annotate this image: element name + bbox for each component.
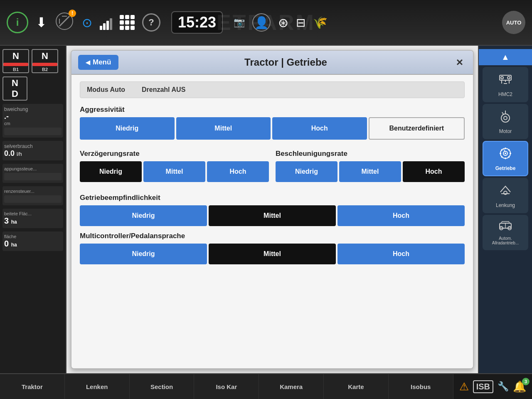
sidebar-grenzensteuer: renzensteuer... (2, 186, 63, 205)
left-sidebar: N B1 N B2 N D bweichung .- cm selverbrau… (0, 46, 66, 373)
svg-line-1 (59, 16, 69, 26)
beschleunigung-mittel[interactable]: Mittel (339, 161, 401, 182)
aggressivitaet-hoch[interactable]: Hoch (272, 117, 367, 140)
verzoegerung-mittel[interactable]: Mittel (143, 161, 205, 182)
gear-b1-label: B1 (13, 67, 19, 72)
aggressivitaet-label: Aggressivität (80, 106, 465, 114)
getriebe-niedrig[interactable]: Niedrig (80, 205, 207, 226)
beschleunigung-niedrig[interactable]: Niedrig (276, 161, 337, 182)
sidebar-selverbrauch-value: 0.0 l/h (4, 149, 62, 158)
sidebar-abweichung-label: bweichung (4, 106, 62, 112)
modus-row: ModusAuto DrenzahlAUS (80, 81, 465, 98)
verzoegerungsrate-group: Niedrig Mittel Hoch (80, 161, 269, 182)
notification-bell[interactable]: 🔔 3 (513, 380, 526, 393)
modus-value[interactable]: Auto (110, 86, 125, 93)
warning-icon[interactable]: ⚠ (459, 380, 469, 393)
close-button[interactable]: × (453, 56, 466, 69)
drenzahl-value[interactable]: AUS (172, 86, 186, 93)
beschleunigungsrate-label: Beschleunigungsrate (276, 150, 465, 158)
sidebar-appungssteue: appungssteue... (2, 164, 63, 183)
nav-motor[interactable]: Motor (483, 104, 528, 139)
pedal-niedrig[interactable]: Niedrig (80, 244, 207, 264)
sidebar-selverbrauch: selverbrauch 0.0 l/h (2, 141, 63, 160)
getriebe-mittel[interactable]: Mittel (209, 205, 336, 226)
sidebar-abweichung-unit: cm (4, 121, 62, 126)
grid-icon[interactable] (120, 15, 135, 30)
svg-point-15 (505, 153, 506, 154)
aggressivitaet-group: Niedrig Mittel Hoch Benutzerdefiniert (80, 117, 465, 140)
tab-karte[interactable]: Karte (324, 374, 389, 399)
bottom-bar: Traktor Lenken Section Iso Kar Kamera Ka… (0, 373, 532, 399)
scroll-up-icon[interactable]: ▲ (479, 49, 532, 65)
gear-b2-value: N (42, 51, 48, 62)
info-icon[interactable]: i (7, 12, 28, 33)
tab-kamera[interactable]: Kamera (259, 374, 324, 399)
tab-isokar[interactable]: Iso Kar (194, 374, 259, 399)
sidebar-flaeche2-value: 0 ha (4, 239, 62, 249)
sidebar-appungssteue-label: appungssteue... (4, 166, 62, 171)
satellite-icon[interactable]: ! (54, 11, 74, 34)
gear-b1[interactable]: N B1 (2, 49, 29, 73)
nav-lenkung[interactable]: Lenkung (483, 178, 528, 213)
motor-label: Motor (499, 128, 512, 134)
sidebar-selverbrauch-label: selverbrauch (4, 143, 62, 149)
gear-row-top: N B1 N B2 (2, 49, 63, 73)
menu-button[interactable]: Menü (78, 55, 118, 70)
aggressivitaet-benutzerdefiniert[interactable]: Benutzerdefiniert (369, 117, 465, 140)
layers-icon[interactable]: ⊟ (296, 16, 305, 30)
multicontroller-group: Niedrig Mittel Hoch (80, 244, 465, 264)
download-icon[interactable]: ⬇ (36, 15, 47, 30)
top-bar: ETFARM i ⬇ ! ⊙ ? 15:23 📷 👤 ⊛ ⊟ (0, 0, 532, 46)
auto-button[interactable]: AUTO (502, 11, 525, 34)
nav-allrad[interactable]: Autom. Allradantrieb... (483, 215, 528, 250)
hmc2-label: HMC2 (498, 91, 512, 97)
field-icon[interactable]: 🌾 (313, 16, 328, 30)
gear-d-label: D (12, 89, 18, 99)
aggressivitaet-niedrig[interactable]: Niedrig (80, 117, 175, 140)
verzoegerung-niedrig[interactable]: Niedrig (80, 161, 142, 182)
signal-icon[interactable] (100, 15, 112, 30)
allrad-label: Autom. Allradantrieb... (486, 236, 525, 245)
tab-traktor[interactable]: Traktor (0, 374, 65, 399)
pedal-hoch[interactable]: Hoch (337, 244, 465, 264)
svg-point-12 (504, 116, 507, 120)
dialog: Menü Tractor | Getriebe × ModusAuto Dren… (71, 50, 474, 369)
pedal-mittel[interactable]: Mittel (209, 244, 336, 264)
gear-b2[interactable]: N B2 (32, 49, 58, 73)
wifi-icon[interactable]: ⊙ (82, 15, 92, 30)
user-icon[interactable]: 👤 (252, 13, 271, 32)
notification-badge: 3 (522, 378, 530, 385)
motor-icon (498, 109, 513, 127)
camera-icon[interactable]: 📷 (234, 17, 245, 28)
tool-icon[interactable]: 🔧 (498, 381, 509, 392)
nav-getriebe[interactable]: Getriebe (483, 141, 528, 176)
dialog-header: Menü Tractor | Getriebe × (71, 51, 473, 75)
verzoegerung-hoch[interactable]: Hoch (207, 161, 269, 182)
getriebe-hoch[interactable]: Hoch (337, 205, 465, 226)
svg-point-11 (501, 114, 510, 122)
svg-point-6 (507, 76, 510, 79)
sidebar-abweichung: bweichung .- cm (2, 104, 63, 138)
beschleunigung-hoch[interactable]: Hoch (403, 161, 465, 182)
aggressivitaet-mittel[interactable]: Mittel (176, 117, 271, 140)
gear-b1-value: N (12, 51, 19, 62)
help-icon[interactable]: ? (142, 13, 160, 32)
isb-icon[interactable]: ISB (473, 380, 493, 393)
dialog-title: Tractor | Getriebe (118, 57, 453, 68)
gear-d[interactable]: N D (2, 76, 27, 101)
dialog-body: ModusAuto DrenzahlAUS Aggressivität Nied… (71, 75, 473, 368)
tab-lenken[interactable]: Lenken (65, 374, 130, 399)
tab-isobus[interactable]: Isobus (389, 374, 453, 399)
clock-display: 15:23 (171, 11, 223, 34)
speedometer-icon[interactable]: ⊛ (278, 15, 288, 30)
nav-hmc2[interactable]: HMC2 (483, 67, 528, 102)
sidebar-flaeche2-label: fläche (4, 234, 62, 239)
right-sidebar: ▲ HMC2 (478, 46, 532, 373)
sidebar-abweichung-value: .- (4, 112, 62, 121)
tab-section[interactable]: Section (130, 374, 195, 399)
drenzahl-label: DrenzahlAUS (142, 86, 185, 94)
sidebar-flaeche1: beitete Fläc... 3 ha (2, 209, 63, 228)
verzoegerungsrate-col: Verzögerungsrate Niedrig Mittel Hoch (80, 145, 269, 188)
svg-rect-4 (500, 75, 511, 80)
main-layout: N B1 N B2 N D bweichung .- cm selverbrau… (0, 46, 532, 373)
